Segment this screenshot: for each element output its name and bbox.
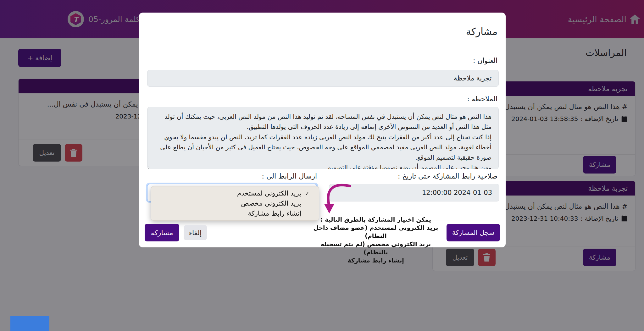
share-log-button[interactable]: سجل المشاركة (447, 224, 500, 241)
modal-cancel-button[interactable]: إلغاء (184, 225, 207, 240)
note-field-label: الملاحظة : (467, 95, 497, 103)
validity-date-input[interactable] (329, 184, 499, 201)
title-field-label: العنوان : (473, 57, 497, 64)
bottom-blue-bar (10, 316, 49, 331)
note-textarea[interactable]: هذا النص هو مثال لنص يمكن أن يستبدل في ن… (147, 107, 499, 169)
dropdown-option-email-user[interactable]: ✓ بريد الكتروني لمستخدم (151, 188, 319, 198)
share-modal: مشاركة العنوان : الملاحظة : هذا النص هو … (139, 13, 506, 247)
send-to-dropdown: ✓ بريد الكتروني لمستخدم بريد الكتروني مخ… (151, 186, 319, 221)
modal-share-button[interactable]: مشاركة (145, 224, 179, 241)
dropdown-option-create-link[interactable]: إنشاء رابط مشاركة (151, 208, 319, 218)
check-icon: ✓ (304, 190, 311, 197)
modal-title: مشاركة (466, 26, 497, 37)
title-input[interactable] (147, 70, 499, 87)
screen: T تجربة كلمة المرور-05 الصفحة الرئيسية ا… (0, 0, 644, 331)
dropdown-option-email-custom[interactable]: بريد الكتروني مخصص (151, 198, 319, 208)
share-methods-hint: يمكن اختيار المشاركة بالطرق التالية : بر… (311, 215, 440, 264)
validity-label: صلاحية رابط المشاركة حتى تاريخ : (398, 172, 497, 180)
send-to-label: ارسال الرابط الى : (262, 172, 317, 180)
